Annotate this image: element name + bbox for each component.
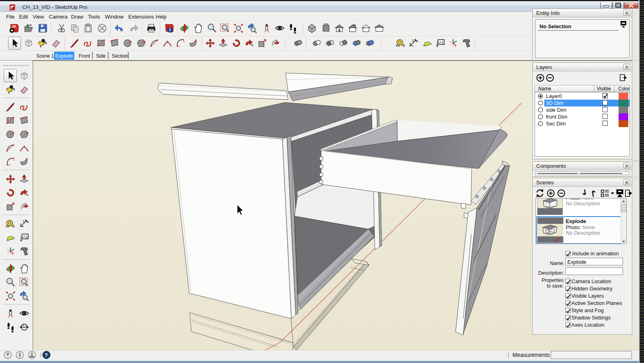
svg-text:?: ?	[45, 352, 48, 358]
